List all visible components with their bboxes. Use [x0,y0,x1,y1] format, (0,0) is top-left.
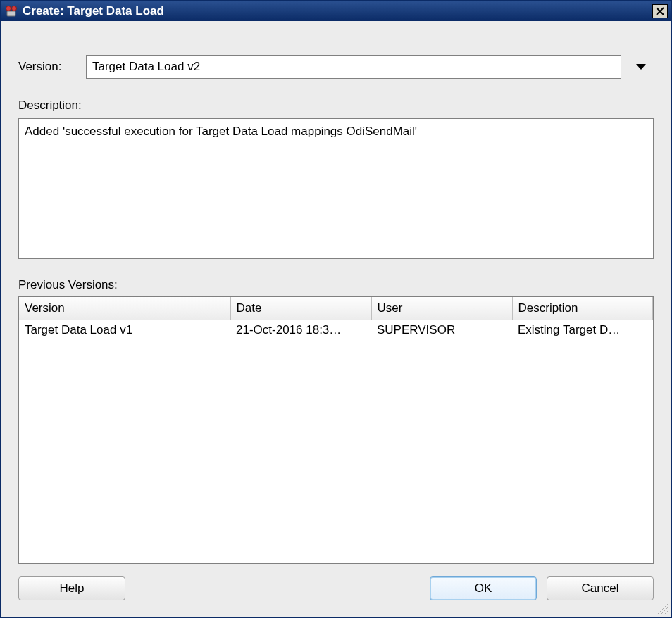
dialog-window: Create: Target Data Load Version: Descri… [0,0,672,618]
cell-user: SUPERVISOR [371,320,512,341]
window-title: Create: Target Data Load [23,4,652,18]
cell-version: Target Data Load v1 [19,320,230,341]
version-label: Version: [18,60,79,74]
help-button[interactable]: Help [18,576,125,600]
svg-marker-5 [636,64,646,70]
svg-point-1 [12,6,17,11]
svg-rect-2 [7,11,15,16]
cell-description: Existing Target D… [512,320,653,341]
button-bar: Help OK Cancel [18,574,654,603]
col-header-version[interactable]: Version [19,297,230,320]
previous-versions-table[interactable]: Version Date User Description Target Dat… [18,296,654,564]
title-bar: Create: Target Data Load [1,1,671,21]
description-textarea[interactable]: Added 'successful execution for Target D… [18,118,654,259]
dialog-client-area: Version: Description: Added 'successful … [3,23,669,615]
close-icon [656,7,664,15]
col-header-description[interactable]: Description [512,297,653,320]
form-area: Version: Description: Added 'successful … [3,23,669,564]
version-row: Version: [18,55,654,79]
app-icon [4,4,18,18]
table-row[interactable]: Target Data Load v1 21-Oct-2016 18:3… SU… [19,320,653,341]
ok-button[interactable]: OK [430,576,537,600]
cell-date: 21-Oct-2016 18:3… [230,320,371,341]
cancel-button[interactable]: Cancel [547,576,654,600]
chevron-down-icon [635,63,647,70]
col-header-user[interactable]: User [371,297,512,320]
col-header-date[interactable]: Date [230,297,371,320]
table-header-row: Version Date User Description [19,297,653,320]
description-label: Description: [18,99,654,113]
svg-line-8 [665,611,668,614]
close-button[interactable] [652,4,668,18]
svg-line-7 [661,607,668,614]
resize-grip[interactable] [655,601,668,614]
svg-point-0 [6,6,11,11]
version-input[interactable] [86,55,621,79]
previous-versions-label: Previous Versions: [18,278,654,292]
version-dropdown-button[interactable] [628,63,654,70]
help-button-label: H [60,581,68,595]
